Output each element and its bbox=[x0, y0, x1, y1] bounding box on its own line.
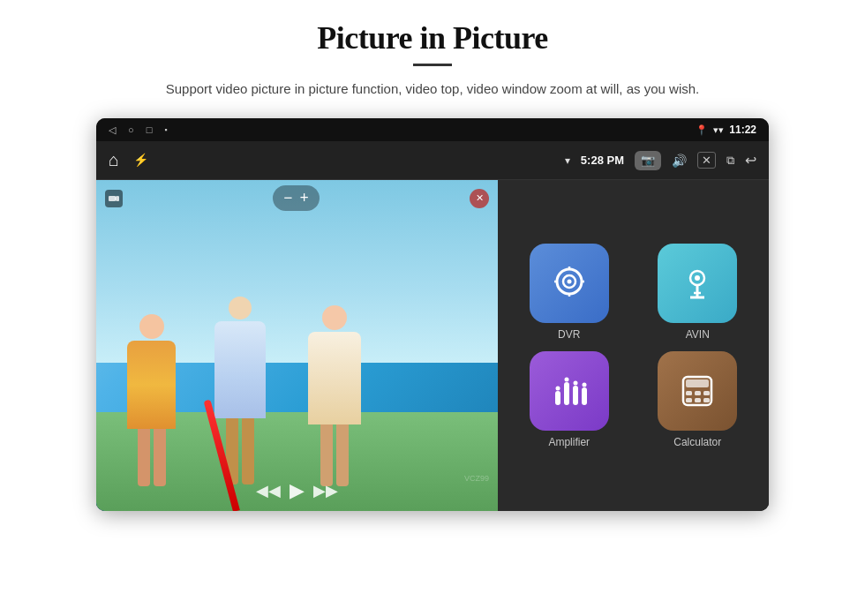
svg-rect-14 bbox=[555, 391, 560, 405]
device-frame: ◁ ○ □ ▪ 📍 ▾▾ 11:22 ⌂ ⚡ ▾ 5:28 PM 📷 bbox=[96, 118, 769, 511]
svg-point-21 bbox=[582, 382, 586, 387]
pip-toolbar: − + ✕ bbox=[96, 185, 498, 211]
watermark: VCZ99 bbox=[464, 474, 489, 483]
page-subtitle: Support video picture in picture functio… bbox=[166, 79, 699, 99]
dvr-icon-box bbox=[530, 244, 609, 323]
pip-plus-button[interactable]: + bbox=[300, 189, 309, 207]
pip-next-button[interactable]: ▶▶ bbox=[313, 481, 338, 500]
screenshot-icon[interactable]: ▪ bbox=[164, 125, 167, 134]
home-icon[interactable]: ⌂ bbox=[109, 150, 119, 170]
camera-icon: 📷 bbox=[641, 154, 655, 167]
amplifier-label: Amplifier bbox=[548, 436, 590, 448]
pip-playback: ◀◀ ▶ ▶▶ bbox=[256, 479, 338, 502]
usb-icon[interactable]: ⚡ bbox=[133, 153, 148, 168]
home-circle-icon[interactable]: ○ bbox=[128, 124, 134, 135]
avin-icon-box bbox=[658, 244, 737, 323]
svg-point-19 bbox=[564, 377, 568, 381]
wifi-icon: ▾▾ bbox=[713, 124, 724, 136]
app-calculator[interactable]: Calculator bbox=[639, 351, 757, 448]
svg-rect-23 bbox=[686, 379, 709, 387]
svg-rect-16 bbox=[573, 386, 578, 405]
pip-close-button[interactable]: ✕ bbox=[470, 189, 489, 208]
location-icon: 📍 bbox=[696, 124, 708, 136]
wifi-status-icon: ▾ bbox=[565, 154, 570, 167]
dvr-label: DVR bbox=[558, 328, 580, 341]
svg-rect-24 bbox=[686, 391, 692, 395]
apps-grid: DVR AVIN bbox=[498, 180, 769, 511]
status-bar: ◁ ○ □ ▪ 📍 ▾▾ 11:22 bbox=[96, 118, 769, 141]
svg-rect-28 bbox=[695, 398, 701, 402]
pip-container: − + ✕ ◀◀ ▶ ▶▶ VCZ99 bbox=[96, 180, 498, 511]
pip-record-icon bbox=[105, 190, 123, 207]
svg-rect-27 bbox=[686, 398, 692, 402]
app-bar: ⌂ ⚡ ▾ 5:28 PM 📷 🔊 ✕ ⧉ ↩ bbox=[96, 141, 769, 180]
svg-rect-17 bbox=[582, 387, 587, 405]
svg-point-20 bbox=[573, 380, 577, 385]
back-icon[interactable]: ◁ bbox=[109, 124, 116, 136]
pip-play-button[interactable]: ▶ bbox=[290, 479, 305, 502]
svg-rect-15 bbox=[564, 382, 569, 405]
person-3 bbox=[304, 305, 365, 486]
svg-rect-29 bbox=[703, 398, 710, 402]
title-divider bbox=[413, 64, 452, 66]
svg-rect-25 bbox=[695, 391, 701, 395]
status-bar-right: 📍 ▾▾ 11:22 bbox=[696, 124, 756, 136]
volume-icon[interactable]: 🔊 bbox=[672, 154, 687, 168]
pip-controls: − + bbox=[273, 185, 320, 211]
app-dvr[interactable]: DVR bbox=[510, 244, 628, 341]
app-amplifier[interactable]: Amplifier bbox=[510, 351, 628, 448]
pip-minus-button[interactable]: − bbox=[283, 189, 292, 207]
app-bar-time: 5:28 PM bbox=[581, 154, 624, 167]
calculator-label: Calculator bbox=[673, 436, 721, 448]
undo-icon[interactable]: ↩ bbox=[745, 152, 756, 169]
close-x-icon[interactable]: ✕ bbox=[697, 152, 716, 169]
recents-icon[interactable]: □ bbox=[147, 124, 153, 135]
status-bar-left: ◁ ○ □ ▪ bbox=[109, 124, 168, 136]
app-avin[interactable]: AVIN bbox=[639, 244, 757, 341]
person-1 bbox=[123, 314, 180, 486]
svg-point-18 bbox=[555, 386, 560, 390]
pip-resize-icon[interactable]: ⧉ bbox=[726, 154, 734, 168]
svg-rect-0 bbox=[109, 196, 116, 201]
svg-point-4 bbox=[567, 279, 571, 283]
pip-prev-button[interactable]: ◀◀ bbox=[256, 481, 281, 500]
page-wrapper: Picture in Picture Support video picture… bbox=[0, 0, 865, 616]
avin-label: AVIN bbox=[686, 328, 710, 341]
page-title: Picture in Picture bbox=[317, 19, 548, 56]
status-time: 11:22 bbox=[729, 124, 756, 136]
amplifier-icon-box bbox=[530, 351, 609, 431]
calculator-icon-box bbox=[658, 351, 737, 431]
camera-button[interactable]: 📷 bbox=[635, 151, 661, 170]
svg-point-10 bbox=[695, 275, 700, 281]
main-content: Netflix SiriusXM bbox=[96, 180, 769, 511]
svg-rect-26 bbox=[703, 391, 710, 395]
app-bar-right: ▾ 5:28 PM 📷 🔊 ✕ ⧉ ↩ bbox=[565, 151, 756, 170]
app-bar-left: ⌂ ⚡ bbox=[109, 150, 148, 170]
pip-video[interactable]: − + ✕ ◀◀ ▶ ▶▶ VCZ99 bbox=[96, 180, 498, 511]
